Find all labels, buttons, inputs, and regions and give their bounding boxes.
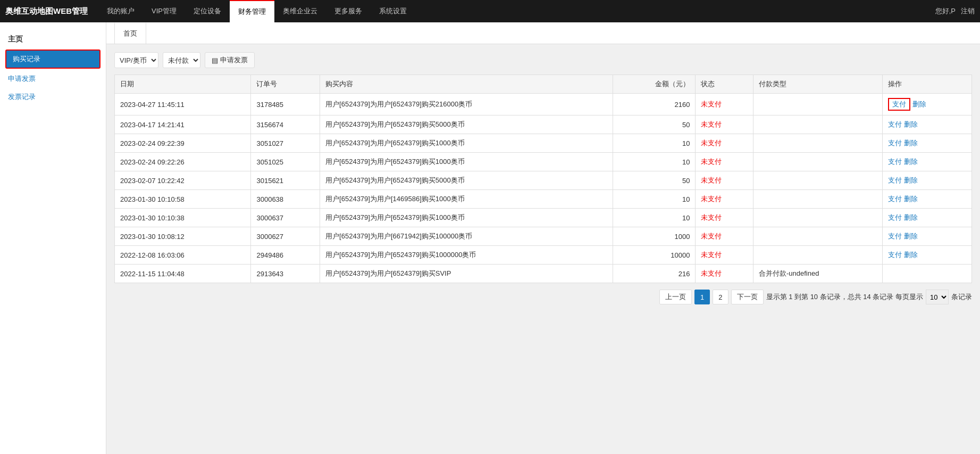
cell-payment-type [753,94,883,115]
cell-amount: 10000 [613,246,696,265]
pay-action-link[interactable]: 支付 [888,232,902,240]
table-row: 2023-01-30 10:10:383000637用户[6524379]为用户… [115,209,972,227]
delete-action-link[interactable]: 删除 [902,176,918,184]
cell-payment-type [753,227,883,246]
cell-amount: 10 [613,153,696,171]
pay-action-link[interactable]: 支付 [888,98,910,111]
cell-actions: 支付 删除 [883,94,972,115]
sidebar-title: 主页 [0,30,106,48]
sidebar-item-apply-invoice[interactable]: 申请发票 [0,70,106,88]
cell-content: 用户[6524379]为用户[6524379]购买SVIP [320,265,613,283]
nav-vip[interactable]: VIP管理 [143,0,185,22]
cell-amount: 50 [613,115,696,134]
filter-bar: VIP/奥币 全部 未付款 已付款 全部 ▤ 申请发票 [114,52,972,68]
table-row: 2023-04-17 14:21:413156674用户[6524379]为用户… [115,115,972,134]
pagination: 上一页 1 2 下一页 显示第 1 到第 10 条记录，总共 14 条记录 每页… [114,290,972,304]
cell-payment-type [753,246,883,265]
nav-more-services[interactable]: 更多服务 [326,0,371,22]
cell-date: 2023-04-27 11:45:11 [115,94,251,115]
page-1-button[interactable]: 1 [694,290,710,304]
nav-right: 您好,P 注销 [935,6,975,16]
pay-action-link[interactable]: 支付 [888,139,902,147]
pay-action-link[interactable]: 支付 [888,251,902,259]
nav-devices[interactable]: 定位设备 [185,0,230,22]
col-order-id: 订单号 [251,75,320,94]
table-row: 2023-02-07 10:22:423015621用户[6524379]为用户… [115,171,972,190]
cell-order-id: 3051025 [251,153,320,171]
per-page-select[interactable]: 10 20 50 [926,290,949,304]
cell-payment-type [753,153,883,171]
nav-finance[interactable]: 财务管理 [230,0,274,22]
cell-status: 未支付 [696,171,753,190]
cell-order-id: 3000638 [251,190,320,209]
cell-date: 2023-01-30 10:10:38 [115,209,251,227]
cell-payment-type [753,209,883,227]
cell-actions: 支付 删除 [883,190,972,209]
cell-order-id: 2949486 [251,246,320,265]
cell-date: 2023-02-24 09:22:26 [115,153,251,171]
invoice-icon: ▤ [212,56,218,64]
cell-payment-type [753,171,883,190]
cell-status: 未支付 [696,134,753,153]
content-area: VIP/奥币 全部 未付款 已付款 全部 ▤ 申请发票 日期 [106,44,980,312]
next-page-button[interactable]: 下一页 [731,290,764,304]
cell-date: 2023-02-24 09:22:39 [115,134,251,153]
delete-action-link[interactable]: 删除 [902,251,918,259]
breadcrumb-tab-home[interactable]: 首页 [114,22,146,44]
status-filter[interactable]: 未付款 已付款 全部 [163,52,200,68]
nav-enterprise[interactable]: 奥维企业云 [274,0,326,22]
cell-status: 未支付 [696,190,753,209]
cell-actions: 支付 删除 [883,115,972,134]
delete-action-link[interactable]: 删除 [902,232,918,240]
page-2-button[interactable]: 2 [713,290,728,304]
pay-action-link[interactable]: 支付 [888,120,902,128]
cell-amount: 10 [613,134,696,153]
cell-content: 用户[6524379]为用户[6524379]购买5000奥币 [320,171,613,190]
user-greeting: 您好,P [935,6,956,16]
cell-actions: 支付 删除 [883,209,972,227]
per-page-suffix: 条记录 [951,292,972,302]
cell-order-id: 2913643 [251,265,320,283]
apply-invoice-button[interactable]: ▤ 申请发票 [205,52,255,68]
cell-payment-type [753,115,883,134]
delete-action-link[interactable]: 删除 [902,213,918,221]
main-content: 首页 VIP/奥币 全部 未付款 已付款 全部 ▤ 申请发票 [106,22,980,454]
table-row: 2023-01-30 10:10:583000638用户[6524379]为用户… [115,190,972,209]
cell-content: 用户[6524379]为用户[6524379]购买1000000奥币 [320,246,613,265]
cell-content: 用户[6524379]为用户[6671942]购买100000奥币 [320,227,613,246]
pay-action-link[interactable]: 支付 [888,213,902,221]
cell-payment-type: 合并付款-undefined [753,265,883,283]
cell-status: 未支付 [696,246,753,265]
cell-date: 2022-11-15 11:04:48 [115,265,251,283]
delete-action-link[interactable]: 删除 [910,100,926,108]
table-row: 2023-01-30 10:08:123000627用户[6524379]为用户… [115,227,972,246]
cell-amount: 50 [613,171,696,190]
top-nav: 奥维互动地图WEB管理 我的账户 VIP管理 定位设备 财务管理 奥维企业云 更… [0,0,980,22]
cell-amount: 216 [613,265,696,283]
type-filter[interactable]: VIP/奥币 全部 [114,52,158,68]
delete-action-link[interactable]: 删除 [902,158,918,166]
cell-date: 2023-01-30 10:10:58 [115,190,251,209]
delete-action-link[interactable]: 删除 [902,139,918,147]
sidebar-item-invoice-records[interactable]: 发票记录 [0,88,106,106]
col-payment-type: 付款类型 [753,75,883,94]
delete-action-link[interactable]: 删除 [902,195,918,203]
cell-date: 2023-02-07 10:22:42 [115,171,251,190]
delete-action-link[interactable]: 删除 [902,120,918,128]
logout-link[interactable]: 注销 [961,6,975,16]
cell-date: 2022-12-08 16:03:06 [115,246,251,265]
table-header-row: 日期 订单号 购买内容 金额（元） 状态 付款类型 操作 [115,75,972,94]
cell-status: 未支付 [696,265,753,283]
cell-amount: 2160 [613,94,696,115]
cell-order-id: 3156674 [251,115,320,134]
cell-content: 用户[6524379]为用户[6524379]购买216000奥币 [320,94,613,115]
cell-actions: 支付 删除 [883,171,972,190]
nav-my-account[interactable]: 我的账户 [98,0,143,22]
pay-action-link[interactable]: 支付 [888,176,902,184]
nav-settings[interactable]: 系统设置 [371,0,415,22]
prev-page-button[interactable]: 上一页 [659,290,692,304]
cell-actions: 支付 删除 [883,134,972,153]
pay-action-link[interactable]: 支付 [888,195,902,203]
pay-action-link[interactable]: 支付 [888,158,902,166]
sidebar-item-purchase-records[interactable]: 购买记录 [5,49,100,69]
